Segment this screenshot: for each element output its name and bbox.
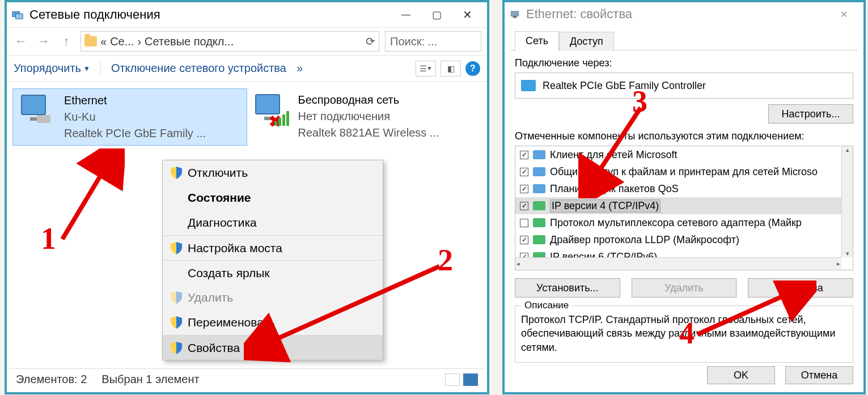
annotation-number-3: 3 <box>632 84 647 119</box>
details-view-button[interactable] <box>445 373 460 386</box>
address-bar[interactable]: « Се... › Сетевые подкл... ⟳ <box>81 31 379 52</box>
components-label: Отмеченные компоненты используются этим … <box>515 130 853 142</box>
connection-item-wifi[interactable]: ✖ Беспроводная сеть Нет подключения Real… <box>247 88 482 145</box>
organize-label: Упорядочить <box>14 62 81 75</box>
shield-icon <box>171 342 182 354</box>
toolbar-separator <box>100 61 101 76</box>
address-bar-row: ← → ↑ « Се... › Сетевые подкл... ⟳ Поиск… <box>7 27 487 56</box>
maximize-button[interactable]: ▢ <box>421 5 452 24</box>
help-button[interactable]: ? <box>465 61 480 76</box>
description-legend: Описание <box>521 300 572 311</box>
component-label: Протокол мультиплексора сетевого адаптер… <box>550 217 802 229</box>
status-selected-count: Выбран 1 элемент <box>101 373 199 386</box>
svg-rect-7 <box>513 16 517 18</box>
checkbox[interactable]: ✓ <box>520 202 528 210</box>
component-icon <box>533 150 545 159</box>
shield-icon <box>171 167 182 179</box>
close-button[interactable]: ✕ <box>828 5 859 24</box>
connection-device: Realtek PCIe GbE Family ... <box>64 125 206 142</box>
menu-label: Диагностика <box>188 216 257 230</box>
adapter-name: Realtek PCIe GbE Family Controller <box>543 80 706 92</box>
configure-button[interactable]: Настроить... <box>768 104 853 124</box>
command-bar: Упорядочить ▼ Отключение сетевого устрой… <box>7 56 487 82</box>
menu-item-bridge[interactable]: Настройка моста <box>163 235 383 260</box>
svg-line-5 <box>697 286 805 334</box>
svg-line-4 <box>587 108 641 190</box>
install-button[interactable]: Установить... <box>515 278 620 298</box>
connection-list: Ethernet Ku-Ku Realtek PCIe GbE Family .… <box>7 82 487 152</box>
search-placeholder: Поиск: ... <box>390 35 437 48</box>
vertical-scrollbar[interactable]: ▴▾ <box>841 146 853 257</box>
component-icon <box>533 184 545 193</box>
menu-item-disable[interactable]: Отключить <box>163 160 383 185</box>
folder-icon <box>84 36 97 46</box>
tab-network[interactable]: Сеть <box>515 31 559 50</box>
minimize-button[interactable]: — <box>391 5 421 24</box>
component-icon <box>533 167 545 176</box>
connection-item-ethernet[interactable]: Ethernet Ku-Ku Realtek PCIe GbE Family .… <box>12 88 247 146</box>
search-box[interactable]: Поиск: ... <box>385 31 481 52</box>
component-label: IP версии 4 (TCP/IPv4) <box>550 199 660 213</box>
ethernet-icon <box>16 92 57 129</box>
connect-using-label: Подключение через: <box>515 57 853 69</box>
checkbox[interactable]: ✓ <box>520 185 528 193</box>
checkbox[interactable]: ✓ <box>520 236 528 244</box>
window-title: Сетевые подключения <box>29 7 391 22</box>
menu-label: Отключить <box>188 166 248 180</box>
component-row[interactable]: Протокол мультиплексора сетевого адаптер… <box>515 214 853 231</box>
status-element-count: Элементов: 2 <box>16 373 87 386</box>
menu-item-status[interactable]: Состояние <box>163 185 383 210</box>
svg-rect-1 <box>15 14 23 19</box>
annotation-arrow-4 <box>692 281 816 343</box>
component-row[interactable]: ✓Общий доступ к файлам и принтерам для с… <box>515 163 853 180</box>
status-bar: Элементов: 2 Выбран 1 элемент <box>9 368 485 390</box>
component-row[interactable]: ✓Планировщик пакетов QoS <box>515 180 853 197</box>
connection-device: Realtek 8821AE Wireless ... <box>298 125 439 141</box>
tab-access[interactable]: Доступ <box>559 32 614 51</box>
preview-pane-button[interactable]: ◧ <box>441 61 461 77</box>
titlebar: Ethernet: свойства ✕ <box>505 2 863 26</box>
adapter-field: Realtek PCIe GbE Family Controller <box>515 73 853 99</box>
horizontal-scrollbar[interactable]: ◂▸ <box>515 257 841 270</box>
back-button[interactable]: ← <box>12 33 29 50</box>
tiles-view-button[interactable] <box>463 373 478 386</box>
wifi-icon: ✖ <box>251 92 291 128</box>
breadcrumb-quote: « <box>100 35 107 48</box>
component-icon <box>533 201 545 210</box>
disable-device-button[interactable]: Отключение сетевого устройства <box>111 62 286 75</box>
view-options-button[interactable]: ☰ ▼ <box>416 61 436 77</box>
organize-button[interactable]: Упорядочить ▼ <box>14 62 90 75</box>
component-row[interactable]: ✓Драйвер протокола LLDP (Майкрософт) <box>515 231 853 248</box>
menu-label: Настройка моста <box>188 241 282 255</box>
svg-line-2 <box>62 154 113 239</box>
breadcrumb-seg-1[interactable]: Се... <box>110 35 134 48</box>
checkbox[interactable]: ✓ <box>520 168 528 176</box>
components-listbox[interactable]: ✓Клиент для сетей Microsoft✓Общий доступ… <box>515 146 853 270</box>
annotation-number-2: 2 <box>438 243 453 278</box>
component-label: Драйвер протокола LLDP (Майкрософт) <box>550 234 739 246</box>
menu-item-diagnostics[interactable]: Диагностика <box>163 210 383 235</box>
connection-name: Беспроводная сеть <box>298 92 439 108</box>
shield-icon <box>171 291 182 304</box>
cancel-button[interactable]: Отмена <box>785 366 853 384</box>
close-button[interactable]: ✕ <box>452 5 482 24</box>
menu-label: Удалить <box>188 291 233 304</box>
checkbox[interactable]: ✓ <box>520 151 528 159</box>
adapter-icon <box>509 9 520 20</box>
dialog-title: Ethernet: свойства <box>526 7 828 22</box>
shield-icon <box>171 242 182 254</box>
connection-network: Ku-Ku <box>64 109 206 125</box>
adapter-icon <box>521 80 536 91</box>
refresh-icon[interactable]: ⟳ <box>366 35 375 48</box>
up-button[interactable]: ↑ <box>58 33 75 50</box>
breadcrumb-seg-2[interactable]: Сетевые подкл... <box>145 35 234 48</box>
ok-button[interactable]: OK <box>707 366 775 384</box>
component-row[interactable]: ✓Клиент для сетей Microsoft <box>515 146 853 163</box>
checkbox[interactable] <box>520 219 528 227</box>
toolbar-overflow[interactable]: » <box>297 62 303 75</box>
shield-icon <box>171 316 182 329</box>
component-row[interactable]: ✓IP версии 4 (TCP/IPv4) <box>515 197 853 214</box>
annotation-arrow-2 <box>244 261 448 363</box>
annotation-arrow-1 <box>57 148 125 245</box>
forward-button[interactable]: → <box>35 33 52 50</box>
